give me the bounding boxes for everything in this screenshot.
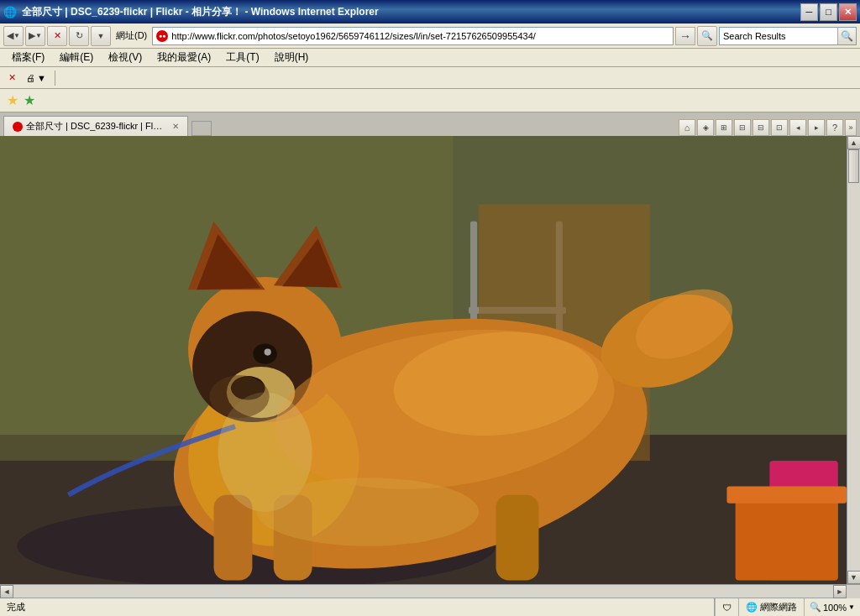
zoom-icon: 🔍 [810,602,821,613]
content-with-scrollbar: ▲ ▼ [0,136,860,584]
print-tab-icon: ⊟ [739,123,746,132]
maximize-button[interactable]: □ [820,3,837,21]
scroll-thumb-vertical[interactable] [848,149,859,183]
close-toolbar-x[interactable]: ✕ [5,69,19,87]
go-button[interactable]: → [675,27,695,45]
network-status: 🌐 網際網路 [738,598,804,616]
rss-button[interactable]: ◈ [697,119,714,136]
livesearch-btn[interactable]: 🔍 [697,26,717,46]
new-tab-button[interactable] [191,121,212,136]
safety-button[interactable]: ⊡ [771,119,788,136]
help-icon: ? [832,123,837,133]
active-tab[interactable]: 全部尺寸 | DSC_6239-flickr | Flickr - 相片分享！ … [3,116,188,136]
menu-favorites[interactable]: 我的最愛(A) [150,49,218,66]
tab-title: 全部尺寸 | DSC_6239-flickr | Flickr - 相片分享！ [26,120,164,133]
content-area: ▲ ▼ ◄ ► [0,136,860,598]
home-button[interactable]: ⌂ [679,119,695,136]
security-icon: 🛡 [722,603,732,613]
extra-nav[interactable]: ▼ [91,26,111,46]
status-bar: 完成 🛡 🌐 網際網路 🔍 100% ▼ [0,598,860,616]
browser-viewport[interactable] [0,136,847,584]
menu-tools[interactable]: 工具(T) [219,49,265,66]
more-button[interactable]: » [845,119,857,136]
help-button[interactable]: ? [826,119,843,136]
svg-rect-30 [214,495,253,581]
window-title: 全部尺寸 | DSC_6239-flickr | Flickr - 相片分享！ … [22,5,800,19]
vertical-scrollbar[interactable]: ▲ ▼ [847,136,860,584]
search-icon: 🔍 [841,30,853,42]
back-tab-button[interactable]: ◂ [789,119,806,136]
svg-rect-32 [496,495,539,581]
menu-edit[interactable]: 編輯(E) [53,49,100,66]
star-icon: ★ [7,92,18,108]
search-box[interactable]: 🔍 [719,27,857,45]
scroll-left-button[interactable]: ◄ [0,585,13,598]
address-bar[interactable]: ●● http://www.flickr.com/photos/setoyo19… [152,27,674,45]
safety-icon: ⊡ [776,123,783,132]
menu-file[interactable]: 檔案(F) [5,49,51,66]
scroll-track-vertical[interactable] [847,149,860,571]
more-icon: » [848,123,852,132]
green-star-icon: ★ [24,92,35,108]
tab-toolbar-right: ⌂ ◈ ⊞ ⊟ ⊟ ⊡ ◂ ▸ ? » [679,119,857,136]
print-icon: 🖨 [26,73,35,83]
navigation-bar: ◀ ▼ ▶ ▼ ✕ ↻ ▼ 網址(D) ●● http://www.flickr… [0,23,860,49]
tools-button[interactable]: ⊟ [752,119,769,136]
network-label: 網際網路 [760,601,797,613]
window-controls: ─ □ ✕ [800,3,857,21]
svg-point-34 [256,478,479,546]
status-right-section: 🛡 🌐 網際網路 🔍 100% ▼ [714,598,860,616]
back-button[interactable]: ◀ ▼ [3,26,24,46]
forward-tab-icon: ▸ [815,123,819,132]
toolbar-separator [55,70,55,86]
svg-rect-11 [736,495,838,581]
forward-button[interactable]: ▶ ▼ [25,26,45,46]
zoom-control[interactable]: 🔍 100% ▼ [804,598,860,616]
bookmark-button[interactable]: ⊞ [716,119,732,136]
menu-view[interactable]: 檢視(V) [102,49,149,66]
favorites-organizer-button[interactable]: ★ [24,92,35,108]
status-text: 完成 [0,601,714,613]
forward-tab-button[interactable]: ▸ [808,119,825,136]
search-input[interactable] [720,28,837,44]
menu-bar: 檔案(F) 編輯(E) 檢視(V) 我的最愛(A) 工具(T) 說明(H) [0,49,860,67]
title-bar: 🌐 全部尺寸 | DSC_6239-flickr | Flickr - 相片分享… [0,0,860,23]
tools-icon: ⊟ [758,123,764,132]
scroll-up-button[interactable]: ▲ [847,136,861,149]
svg-rect-12 [726,486,847,503]
tab-close-button[interactable]: ✕ [172,122,179,131]
home-icon: ⌂ [684,123,690,133]
favorites-bar: ★ ★ [0,89,860,112]
search-go-button[interactable]: 🔍 [837,28,856,44]
menu-help[interactable]: 說明(H) [268,49,316,66]
close-button[interactable]: ✕ [839,3,857,21]
tab-bar: 全部尺寸 | DSC_6239-flickr | Flickr - 相片分享！ … [0,112,860,136]
minimize-button[interactable]: ─ [800,3,818,21]
ie-icon: 🌐 [3,5,17,18]
svg-point-25 [265,349,271,356]
zoom-level: 100% [823,603,847,613]
scroll-corner [847,585,860,598]
globe-icon: 🌐 [746,602,758,613]
horizontal-scrollbar[interactable]: ◄ ► [0,584,860,598]
url-text: http://www.flickr.com/photos/setoyo1962/… [171,31,536,41]
print-button[interactable]: 🖨 ▼ [23,69,50,87]
rss-icon: ◈ [703,123,709,132]
refresh-button[interactable]: ↻ [69,26,89,46]
favicon: ●● [156,30,168,42]
security-status: 🛡 [715,598,738,616]
zoom-dropdown-arrow[interactable]: ▼ [848,603,855,611]
scroll-right-button[interactable]: ► [833,585,847,598]
favorites-add-button[interactable]: ★ [7,92,18,108]
scroll-down-button[interactable]: ▼ [847,571,861,584]
toolbar: ✕ 🖨 ▼ [0,67,860,89]
webpage-content [0,136,847,584]
tab-favicon [13,122,23,132]
stop-button[interactable]: ✕ [47,26,67,46]
scroll-track-horizontal[interactable] [13,585,833,598]
address-label: 網址(D) [113,29,150,42]
bookmark-icon: ⊞ [721,123,727,132]
back-tab-icon: ◂ [796,123,800,132]
svg-point-35 [209,375,269,418]
print-tab-button[interactable]: ⊟ [734,119,751,136]
